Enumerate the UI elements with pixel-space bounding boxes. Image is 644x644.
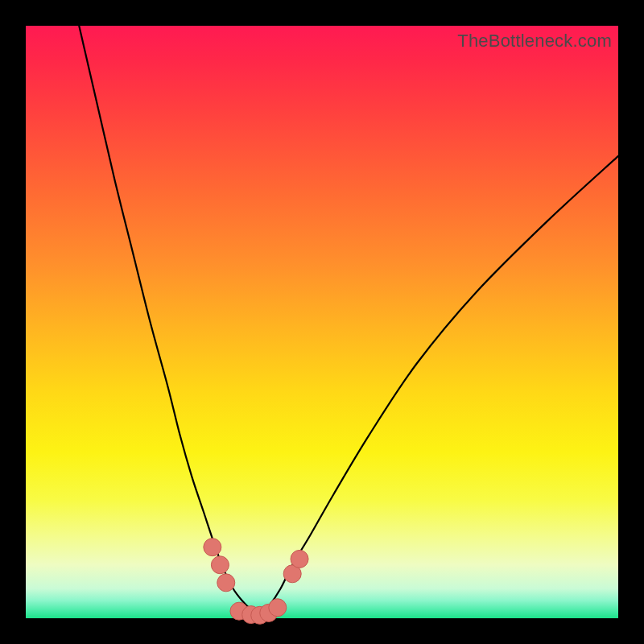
chart-frame: TheBottleneck.com bbox=[0, 0, 644, 644]
curve-marker bbox=[217, 574, 235, 592]
plot-area: TheBottleneck.com bbox=[26, 26, 618, 618]
curve-marker bbox=[269, 599, 287, 617]
curve-marker bbox=[204, 539, 221, 556]
chart-svg bbox=[26, 26, 618, 618]
curve-marker bbox=[291, 550, 308, 568]
curve-markers bbox=[204, 539, 308, 625]
left-curve bbox=[79, 26, 259, 615]
right-curve bbox=[260, 156, 618, 615]
curve-marker bbox=[211, 556, 229, 574]
